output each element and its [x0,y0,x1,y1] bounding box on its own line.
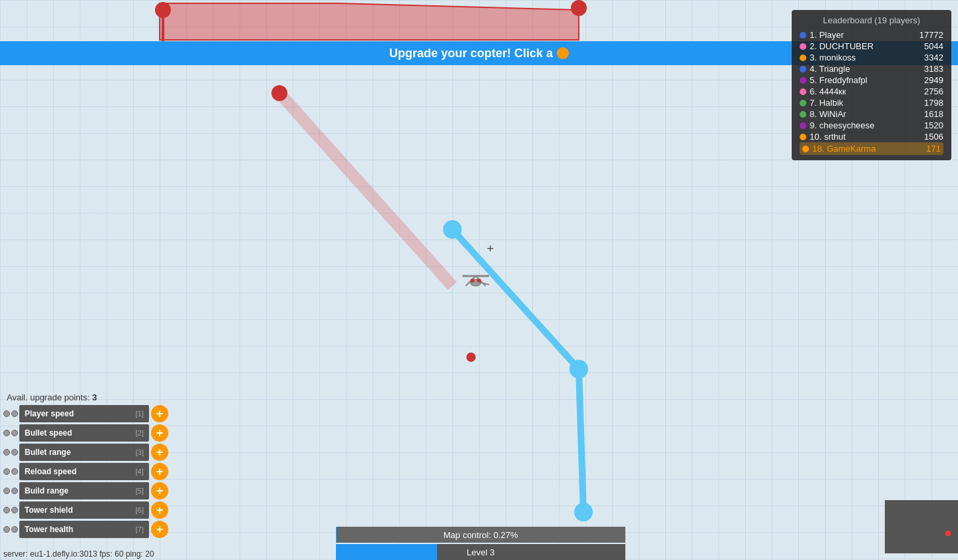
lb-left: 5. Freddyfnafpl [800,75,868,85]
svg-rect-21 [885,500,958,553]
lb-dot [800,100,806,106]
upgrade-coin-icon [557,47,569,59]
level-bar: Level 3 [336,544,625,560]
upgrade-label: Tower shield [25,505,73,515]
svg-line-10 [579,369,583,512]
leaderboard-row: 10. srthut 1506 [800,131,943,142]
upgrade-button[interactable]: + [151,521,168,538]
svg-point-6 [271,85,287,101]
minimap [885,500,958,553]
upgrade-bar: Reload speed [4] [19,463,149,480]
lb-rank: 18. GameKarma [812,144,876,154]
lb-rank: 10. srthut [810,132,846,142]
upgrade-button[interactable]: + [151,424,168,442]
level-label: Level 3 [467,547,495,557]
upgrade-dots [3,468,18,475]
dot-empty [11,430,18,436]
svg-line-5 [279,93,452,286]
dot-empty [11,507,18,513]
level-fill [336,544,437,560]
dot-empty [11,468,18,475]
lb-left: 7. Halbik [800,98,844,108]
upgrade-row: Bullet range [3] + [3,444,168,461]
upgrade-dots [3,410,18,417]
upgrade-button[interactable]: + [151,405,168,422]
leaderboard: Leaderboard (19 players) 1. Player 17772… [792,10,951,160]
upgrade-panel: Avail. upgrade points: 3 Player speed [1… [3,392,168,540]
lb-score: 1506 [924,132,943,142]
svg-point-17 [470,279,474,283]
dot-empty [3,449,10,456]
upgrade-button[interactable]: + [151,444,168,461]
lb-dot [800,134,806,140]
upgrade-row: Tower health [7] + [3,521,168,538]
upgrade-bar: Build range [5] [19,482,149,499]
leaderboard-row: 2. DUCHTUBER 5044 [800,41,943,52]
upgrade-label: Player speed [25,409,74,418]
lb-dot [800,32,806,39]
svg-line-7 [452,229,579,369]
lb-rank: 3. monikoss [810,53,856,63]
lb-rank: 7. Halbik [810,98,844,108]
svg-point-18 [477,279,481,283]
dot-empty [11,449,18,456]
svg-line-16 [481,283,489,285]
upgrade-bar: Bullet range [3] [19,444,149,461]
upgrade-row: Build range [5] + [3,482,168,499]
upgrade-row: Player speed [1] + [3,405,168,422]
svg-marker-0 [160,3,579,40]
upgrade-dots [3,526,18,533]
upgrade-label: Bullet speed [25,428,72,438]
status-text: server: eu1-1.defly.io:3013 fps: 60 ping… [3,549,154,559]
leaderboard-title: Leaderboard (19 players) [800,15,943,25]
map-control-bar: Map control: 0.27% [336,527,625,543]
lb-left: 4. Triangle [800,64,850,74]
lb-left: 8. WiNiAr [800,109,846,119]
upgrade-key: [1] [136,410,144,418]
lb-score: 1520 [924,120,943,130]
lb-score: 1618 [924,109,943,119]
lb-rank: 9. cheesycheese [810,120,875,130]
svg-point-19 [466,352,476,362]
upgrade-bar: Player speed [1] [19,405,149,422]
leaderboard-row: 6. 4444кк 2756 [800,86,943,97]
lb-rank: 6. 4444кк [810,86,846,96]
dot-empty [11,410,18,417]
dot-empty [3,410,10,417]
bottom-bars: Map control: 0.27% Level 3 [336,527,625,560]
lb-rank: 2. DUCHTUBER [810,41,874,51]
lb-left: 6. 4444кк [800,86,846,96]
lb-score: 2949 [924,75,943,85]
upgrade-dots [3,507,18,513]
leaderboard-row: 18. GameKarma 171 [800,142,943,155]
lb-rank: 4. Triangle [810,64,850,74]
upgrade-bar: Bullet speed [2] [19,424,149,442]
leaderboard-row: 9. cheesycheese 1520 [800,120,943,131]
svg-point-8 [443,220,462,239]
upgrade-label: Tower health [25,525,73,534]
upgrade-key: [6] [136,506,144,514]
upgrade-button[interactable]: + [151,482,168,499]
lb-left: 10. srthut [800,132,846,142]
upgrade-row: Bullet speed [2] + [3,424,168,442]
upgrade-row: Reload speed [4] + [3,463,168,480]
svg-point-22 [945,531,951,536]
status-bar: server: eu1-1.defly.io:3013 fps: 60 ping… [0,548,158,560]
lb-dot [800,111,806,118]
lb-score: 171 [926,144,941,154]
upgrade-key: [3] [136,448,144,456]
lb-left: 9. cheesycheese [800,120,875,130]
upgrade-label: Build range [25,486,69,495]
leaderboard-row: 7. Halbik 1798 [800,97,943,108]
leaderboard-row: 8. WiNiAr 1618 [800,108,943,120]
lb-rank: 8. WiNiAr [810,109,846,119]
upgrade-button[interactable]: + [151,463,168,480]
leaderboard-row: 1. Player 17772 [800,29,943,41]
dot-empty [3,526,10,533]
upgrade-key: [4] [136,468,144,476]
lb-dot [800,122,806,129]
upgrade-key: [7] [136,525,144,533]
upgrade-button[interactable]: + [151,501,168,519]
lb-rank: 5. Freddyfnafpl [810,75,868,85]
svg-text:+: + [487,242,494,255]
